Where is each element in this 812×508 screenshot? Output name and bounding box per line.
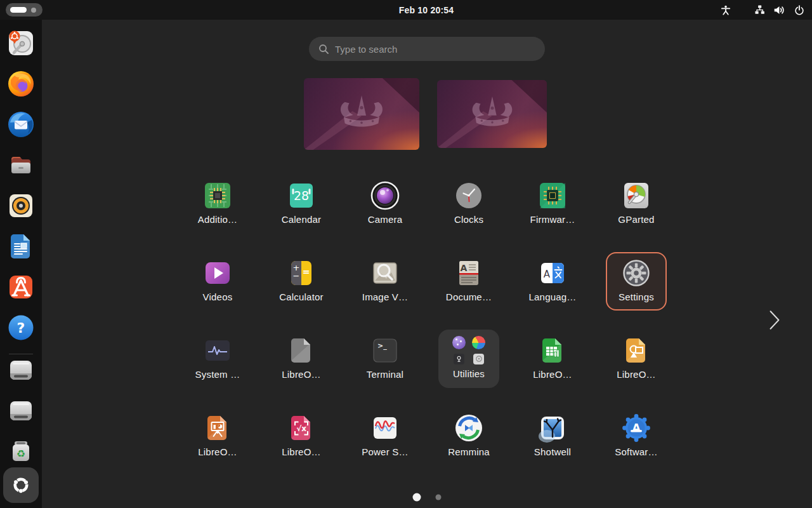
search-icon [318,44,329,54]
svg-text:>_: >_ [377,342,387,350]
app-folder-utilities[interactable]: Utilities [427,330,511,407]
page-dot-1[interactable] [413,493,421,502]
app-libreoffice-calc[interactable]: LibreO… [511,330,594,407]
app-gparted[interactable]: GParted [594,175,678,252]
app-calculator[interactable]: + − = Calculator [259,252,343,330]
dock-libreoffice-writer[interactable] [6,231,36,262]
external-drive-icon [6,396,36,426]
workspace-switcher [304,78,547,150]
libreoffice-generic-icon [286,335,317,366]
app-settings[interactable]: Settings [594,252,678,330]
libreoffice-calc-icon [537,335,568,366]
workspace-thumbnail-2[interactable] [437,80,547,148]
app-libreoffice-impress[interactable]: LibreO… [176,407,259,485]
app-label: Settings [619,291,654,302]
app-label: Terminal [367,369,403,380]
status-area[interactable] [721,0,805,20]
external-drive-icon [6,355,36,385]
top-bar: Feb 10 20:54 [0,0,812,20]
dock-firefox[interactable] [6,69,36,99]
svg-text:?: ? [17,320,25,336]
firmware-updater-icon [537,180,568,211]
app-libreoffice-draw[interactable]: LibreO… [594,330,678,407]
software-icon: A [621,413,652,443]
settings-icon [621,258,652,288]
app-label: Image V… [362,291,408,302]
app-power-statistics[interactable]: Power S… [343,407,427,485]
app-label: LibreO… [282,446,320,457]
dock-rhythmbox[interactable] [6,190,36,221]
dock-show-apps[interactable] [3,467,39,503]
app-videos[interactable]: Videos [176,252,259,330]
language-support-icon: A [537,258,568,288]
trash-icon: ♻ [6,436,36,467]
next-page-chevron[interactable] [765,309,784,331]
thunderbird-icon [6,109,36,140]
dock-thunderbird[interactable] [6,109,36,140]
libreoffice-math-icon: √x [286,413,317,443]
dock-external-drive[interactable] [6,355,36,385]
volume-icon[interactable] [773,4,785,17]
app-label: Languag… [529,291,577,302]
app-label: Power S… [362,446,408,457]
utility-orb-icon [452,336,466,349]
additional-drivers-icon [202,180,233,211]
firefox-icon [6,69,36,99]
app-label: LibreO… [617,369,655,380]
show-apps-icon [10,474,32,496]
document-viewer-icon: A [454,258,484,288]
app-remmina[interactable]: Remmina [427,407,511,485]
dock-trash[interactable]: ♻ [6,436,36,467]
app-document-viewer[interactable]: A Docume… [427,252,511,330]
app-shotwell[interactable]: Shotwell [511,407,594,485]
libreoffice-impress-icon [202,413,233,443]
dock-files[interactable] [6,150,36,180]
app-language-support[interactable]: A Languag… [511,252,594,330]
dock-external-drive-2[interactable] [6,396,36,426]
app-calendar[interactable]: 28 Calendar [259,175,343,252]
app-camera[interactable]: Camera [343,175,427,252]
network-wired-icon[interactable] [754,3,765,17]
app-label: Additio… [198,214,237,225]
dock-app-center[interactable] [6,272,36,302]
app-software[interactable]: A Softwar… [594,407,678,485]
dock-help[interactable]: ? [6,312,36,343]
app-label: Firmwar… [530,214,575,225]
app-system-monitor[interactable]: System … [176,330,259,407]
camera-icon [370,180,400,211]
app-libreoffice-generic[interactable]: LibreO… [259,330,343,407]
page-indicator [413,493,442,502]
app-image-viewer[interactable]: Image V… [343,252,427,330]
dock-separator [9,354,33,354]
workspace-active-pill [10,7,27,13]
app-label: Calculator [279,291,324,302]
app-label: Softwar… [615,446,657,457]
app-additional-drivers[interactable]: Additio… [176,175,259,252]
rhythmbox-icon [6,190,36,221]
workspace-thumbnail-1[interactable] [304,78,419,150]
search-input[interactable] [335,44,535,55]
utilities-folder: Utilities [438,330,499,388]
app-firmware-updater[interactable]: Firmwar… [511,175,594,252]
power-icon[interactable] [794,4,805,17]
app-libreoffice-math[interactable]: √x LibreO… [259,407,343,485]
accessibility-icon[interactable] [721,3,731,17]
clock[interactable]: Feb 10 20:54 [399,0,454,20]
dock-ubuntu-installer[interactable] [6,28,36,58]
utility-tool-icon [454,354,464,364]
workspace-inactive-dot [31,8,36,13]
app-label: LibreO… [533,369,572,380]
calculator-icon: + − = [286,258,317,288]
page-dot-2[interactable] [436,495,442,500]
svg-text:A: A [461,263,468,273]
app-clocks[interactable]: Clocks [427,175,511,252]
crown-wallpaper-icon [460,94,523,131]
app-label: System … [195,369,240,380]
app-label: Docume… [446,291,492,302]
search-bar[interactable] [309,37,545,61]
app-terminal[interactable]: >_ Terminal [343,330,427,407]
disks-icon [473,354,484,364]
activities-workspace-indicator[interactable] [6,3,43,17]
svg-text:♻: ♻ [16,448,25,460]
power-statistics-icon [370,413,400,443]
